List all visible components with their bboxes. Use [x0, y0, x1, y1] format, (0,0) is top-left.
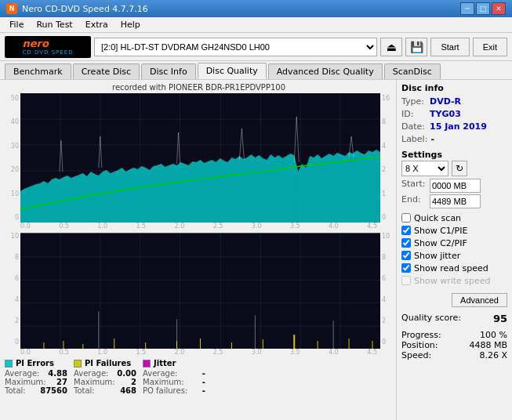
nero-logo: nero CD·DVD SPEED — [5, 36, 91, 58]
y-bot-right-0: 0 — [382, 339, 393, 346]
show-c1pie-checkbox[interactable] — [401, 226, 411, 235]
pi-failures-avg-value: 0.00 — [117, 369, 136, 378]
po-failures-label: PO failures: — [143, 386, 187, 395]
end-input[interactable] — [430, 194, 481, 208]
pi-errors-max-value: 27 — [56, 378, 67, 386]
start-button[interactable]: Start — [430, 38, 469, 56]
pi-failures-label: PI Failures — [85, 359, 131, 368]
tab-benchmark[interactable]: Benchmark — [5, 63, 71, 79]
chart-area: recorded with PIONEER BDR-PR1EPDVPP100 5… — [0, 80, 396, 420]
menu-extra[interactable]: Extra — [79, 18, 114, 31]
bottom-chart-wrapper: 10 8 6 4 2 0 — [3, 231, 394, 356]
pi-failures-group: PI Failures Average: 0.00 Maximum: 2 Tot… — [74, 359, 136, 395]
jitter-group: Jitter Average: - Maximum: - PO failures… — [143, 359, 205, 395]
position-label: Position: — [401, 340, 438, 350]
eject-button[interactable]: ⏏ — [380, 38, 402, 56]
speed-select[interactable]: 8 X — [401, 161, 448, 176]
y-bot-right-8: 8 — [382, 254, 393, 261]
pi-errors-avg-label: Average: — [5, 369, 39, 378]
y-bot-right-2: 2 — [382, 317, 393, 324]
top-chart-wrapper: 50 40 30 20 10 0 — [3, 93, 394, 230]
y-bot-right-10: 10 — [382, 233, 393, 240]
window-controls: ─ □ ✕ — [460, 2, 506, 15]
y-top-left-30: 30 — [5, 143, 19, 150]
jitter-max-label: Maximum: — [143, 378, 184, 386]
maximize-button[interactable]: □ — [476, 2, 490, 15]
show-write-speed-label: Show write speed — [414, 276, 491, 286]
jitter-avg-value: - — [202, 369, 205, 378]
advanced-button[interactable]: Advanced — [452, 293, 507, 307]
refresh-button[interactable]: ↻ — [452, 161, 467, 176]
close-button[interactable]: ✕ — [492, 2, 506, 15]
show-jitter-row: Show jitter — [401, 249, 507, 262]
pi-errors-total-value: 87560 — [40, 386, 67, 395]
pi-errors-max-label: Maximum: — [5, 378, 46, 386]
type-label: Type: — [401, 96, 427, 107]
jitter-label: Jitter — [154, 359, 176, 368]
right-panel: Disc info Type: DVD-R ID: TYG03 Date: 15… — [396, 80, 512, 420]
show-read-speed-label: Show read speed — [414, 263, 488, 273]
nero-logo-sub: CD·DVD SPEED — [22, 49, 73, 56]
tab-create-disc[interactable]: Create Disc — [73, 63, 140, 79]
y-top-left-0: 0 — [5, 214, 19, 221]
quick-scan-row: Quick scan — [401, 212, 507, 224]
show-jitter-checkbox[interactable] — [401, 251, 411, 260]
x-axis-top: 0.0 0.5 1.0 1.5 2.0 2.5 3.0 3.5 4.0 4.5 — [3, 223, 394, 230]
pi-failures-avg-label: Average: — [74, 369, 108, 378]
nero-logo-text: nero — [22, 38, 73, 49]
menu-help[interactable]: Help — [114, 18, 147, 31]
title-bar: N Nero CD-DVD Speed 4.7.7.16 ─ □ ✕ — [0, 0, 512, 17]
speed-value: 8.26 X — [479, 350, 507, 360]
tab-advanced-disc-quality[interactable]: Advanced Disc Quality — [268, 63, 383, 79]
menu-runtest[interactable]: Run Test — [30, 18, 78, 31]
start-input[interactable] — [430, 179, 481, 193]
y-top-right-4: 4 — [382, 143, 393, 150]
y-bot-left-10: 10 — [5, 233, 19, 240]
y-top-right-0: 0 — [382, 214, 393, 221]
y-top-left-40: 40 — [5, 118, 19, 125]
pi-failures-max-label: Maximum: — [74, 378, 115, 386]
jitter-avg-label: Average: — [143, 369, 177, 378]
show-c2pif-row: Show C2/PIF — [401, 237, 507, 249]
tab-disc-info[interactable]: Disc Info — [141, 63, 196, 79]
pi-failures-total-value: 468 — [120, 386, 136, 395]
tab-scandisc[interactable]: ScanDisc — [384, 63, 441, 79]
y-top-right-16: 16 — [382, 95, 393, 102]
y-bot-right-6: 6 — [382, 275, 393, 282]
y-bot-left-4: 4 — [5, 296, 19, 303]
show-write-speed-checkbox[interactable] — [401, 276, 411, 285]
pi-errors-avg-value: 4.88 — [48, 369, 67, 378]
type-value: DVD-R — [430, 96, 461, 107]
exit-button[interactable]: Exit — [473, 38, 507, 56]
minimize-button[interactable]: ─ — [460, 2, 474, 15]
y-bot-left-2: 2 — [5, 317, 19, 324]
show-jitter-label: Show jitter — [414, 251, 460, 261]
quick-scan-checkbox[interactable] — [401, 213, 411, 223]
show-c1pie-label: Show C1/PIE — [414, 226, 467, 236]
label-label: Label: — [401, 134, 427, 144]
y-top-left-10: 10 — [5, 190, 19, 197]
show-read-speed-checkbox[interactable] — [401, 263, 411, 273]
pi-failures-color — [74, 360, 82, 368]
x-axis-bottom: 0.0 0.5 1.0 1.5 2.0 2.5 3.0 3.5 4.0 4.5 — [3, 349, 394, 356]
label-value: - — [430, 134, 434, 144]
po-failures-value: - — [202, 386, 205, 395]
quality-score-label: Quality score: — [401, 313, 461, 324]
show-write-speed-row: Show write speed — [401, 274, 507, 287]
quick-scan-label: Quick scan — [414, 213, 461, 223]
drive-select[interactable]: [2:0] HL-DT-ST DVDRAM GH24NSD0 LH00 — [94, 38, 377, 56]
show-c2pif-checkbox[interactable] — [401, 238, 411, 248]
y-top-left-50: 50 — [5, 95, 19, 102]
save-button[interactable]: 💾 — [405, 38, 427, 56]
id-label: ID: — [401, 109, 427, 119]
y-top-left-20: 20 — [5, 166, 19, 173]
main-content: recorded with PIONEER BDR-PR1EPDVPP100 5… — [0, 80, 512, 420]
toolbar: nero CD·DVD SPEED [2:0] HL-DT-ST DVDRAM … — [0, 33, 512, 61]
bottom-chart — [20, 233, 380, 349]
end-label: End: — [401, 194, 427, 208]
progress-section: Progress: 100 % Position: 4488 MB Speed:… — [401, 330, 507, 360]
menu-file[interactable]: File — [3, 18, 30, 31]
y-top-right-2: 2 — [382, 166, 393, 173]
tab-disc-quality[interactable]: Disc Quality — [198, 63, 267, 79]
settings-title: Settings — [401, 150, 507, 160]
